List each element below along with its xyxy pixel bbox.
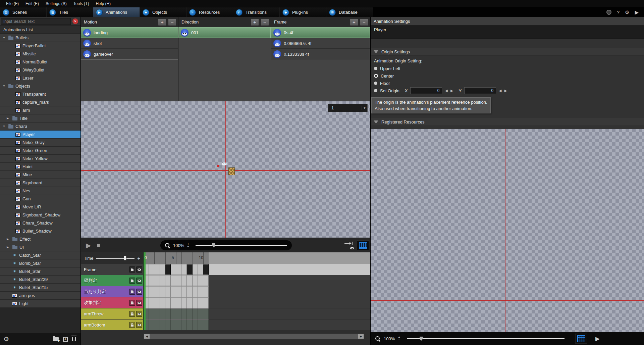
timeline-cell[interactable] [171,319,176,330]
origin-option-floor[interactable]: Floor [371,80,644,87]
tab-objects[interactable]: ■Objects [140,7,186,17]
timeline-cell[interactable] [165,319,171,330]
timeline-cell[interactable] [187,264,192,275]
resources-canvas[interactable] [371,129,644,332]
tab-animations[interactable]: ▶Animations [93,7,140,17]
tree-item-transparent[interactable]: Transparent [0,90,80,98]
origin-option-set-origin[interactable]: Set OriginX◀▶Y◀▶ [371,87,644,94]
chevron-right-icon[interactable]: ▶ [7,246,10,249]
onion-skin-button[interactable] [344,241,355,249]
increment-x-icon[interactable]: ▶ [450,89,453,93]
delete-button[interactable] [72,337,76,341]
timeline-cell[interactable] [154,319,160,330]
tree-item-catch-star[interactable]: ✶Catch_Star [0,251,80,259]
remove-motion-button[interactable]: − [168,18,176,26]
timeline-cell[interactable] [160,308,165,319]
timeline-cell[interactable] [165,286,171,297]
zoom-slider-handle[interactable] [212,243,215,248]
radio-icon[interactable] [374,89,377,92]
lock-button[interactable] [129,289,135,295]
add-motion-button[interactable]: + [158,18,166,26]
timeline-cell[interactable] [171,286,176,297]
timeline-cell[interactable] [203,286,209,297]
new-folder-button[interactable] [53,337,59,341]
registered-resources-header[interactable]: Registered Resources [371,118,644,126]
lock-button[interactable] [129,322,135,328]
tree-item-bullet-star[interactable]: ✶Bullet_Star [0,267,80,276]
lock-button[interactable] [129,278,135,284]
tree-item-playerbullet[interactable]: PlayerBullet [0,42,80,50]
stop-button[interactable]: ■ [97,242,100,249]
tree-item-bullet-star215[interactable]: ✶Bullet_Star215 [0,284,80,292]
tree-item-normalbullet[interactable]: NormalBullet [0,58,80,66]
tree-item-neko-gray[interactable]: Neko_Gray [0,139,80,147]
radio-icon[interactable] [374,82,377,85]
timeline-cell[interactable] [203,319,209,330]
timeline-row-label[interactable]: 壁判定 [81,275,144,286]
add-frame-button[interactable]: + [350,18,358,26]
grid-toggle-button[interactable] [357,240,369,250]
add-direction-button[interactable]: + [251,18,259,26]
tree-item-neko-green[interactable]: Neko_Green [0,147,80,155]
timeline-cells[interactable] [144,297,209,308]
tree-item-arm-pos[interactable]: arm pos [0,292,80,300]
remove-direction-button[interactable]: − [261,18,269,26]
timeline-cell[interactable] [176,264,181,275]
resources-play-button[interactable]: ▶ [595,335,600,342]
tree-item-missile[interactable]: Missile [0,50,80,58]
lock-button[interactable] [129,266,135,273]
menu-item-settings-s[interactable]: Settings (S) [42,0,70,7]
chevron-down-icon[interactable]: ▼ [3,85,6,88]
tree-item-signboard-shadow[interactable]: Signboard_Shadow [0,211,80,219]
frame-count-dropdown[interactable]: 1 ▼ [328,104,368,112]
timeline-cell[interactable] [187,297,192,308]
zoom-slider[interactable] [196,245,287,246]
tab-database[interactable]: ⊟Database [326,7,373,17]
visibility-button[interactable] [136,266,142,273]
timeline-cell[interactable] [149,297,154,308]
tab-resources[interactable]: ≡Resources [186,7,233,17]
animation-canvas[interactable]: 1 ▼ [81,101,370,238]
origin-option-center[interactable]: Center [371,72,644,80]
timeline-cell[interactable] [154,297,160,308]
gear-icon[interactable]: ⚙ [3,336,9,342]
timeline-cell[interactable] [198,308,203,319]
timeline-cell[interactable] [171,275,176,286]
search-input[interactable] [1,18,71,25]
timeline-cell[interactable] [193,297,198,308]
zoom-stepper[interactable]: +− [187,243,189,248]
decrement-x-icon[interactable]: ◀ [445,89,447,93]
timeline-cells[interactable] [144,319,209,330]
scroll-right-button[interactable]: ▶ [358,334,364,339]
tree-item-arm[interactable]: arm [0,106,80,114]
remove-frame-button[interactable]: − [360,18,368,26]
timeline-cell[interactable] [149,286,154,297]
timeline-cell[interactable] [171,297,176,308]
timeline-cell[interactable] [149,264,154,275]
timeline-cell[interactable] [149,319,154,330]
timeline-cell[interactable] [149,308,154,319]
timeline-row-label[interactable]: 当たり判定 [81,286,144,297]
animation-name-box[interactable]: Player [371,26,644,39]
timeline-cell[interactable] [198,275,203,286]
tab-transitions[interactable]: ⇄Transitions [233,7,280,17]
timeline-cell[interactable] [187,286,192,297]
timeline-cells[interactable] [144,308,209,319]
timeline-cell[interactable] [193,275,198,286]
timeline-cell[interactable] [176,275,181,286]
timeline-cell[interactable] [198,264,203,275]
play-button[interactable]: ▶ [86,241,91,249]
timeline-cell[interactable] [187,308,192,319]
timeline-cell[interactable] [203,308,209,319]
tree-folder-bullets[interactable]: ▼Bullets [0,34,80,42]
timeline-cell[interactable] [165,275,171,286]
timeline-cell[interactable] [165,297,171,308]
tree-folder-objects[interactable]: ▼Objects [0,82,80,90]
resources-grid-button[interactable] [575,334,587,344]
tree-item-move-l-r[interactable]: Move L/R [0,203,80,211]
tree-item-light[interactable]: Light [0,300,80,308]
timeline-cell[interactable] [181,297,187,308]
radio-icon[interactable] [374,67,377,70]
visibility-button[interactable] [136,278,142,284]
timeline-cell[interactable] [187,319,192,330]
